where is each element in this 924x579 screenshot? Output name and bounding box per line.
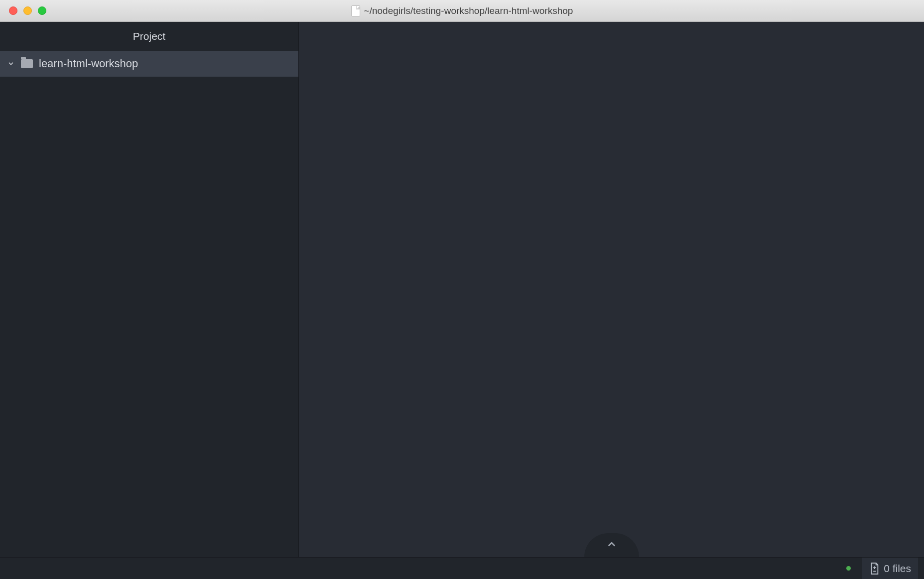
close-window-button[interactable] [9,6,17,15]
folder-icon [21,59,33,68]
window-controls [0,6,46,15]
git-files-count: 0 files [884,563,911,575]
project-sidebar: Project learn-html-workshop [0,22,299,557]
minimize-window-button[interactable] [23,6,32,15]
status-bar: 0 files [0,557,924,579]
git-status-block[interactable]: 0 files [862,558,918,579]
editor-window: ~/nodegirls/testing-workshop/learn-html-… [0,0,924,579]
tree-root-label: learn-html-workshop [39,57,138,70]
git-diff-icon [869,562,880,575]
editor-area[interactable] [299,22,924,557]
status-indicator-dot[interactable] [846,566,851,571]
bottom-dock-toggle[interactable] [584,533,639,557]
titlebar: ~/nodegirls/testing-workshop/learn-html-… [0,0,924,22]
chevron-down-icon[interactable] [7,60,15,68]
file-page-icon [351,5,360,16]
tree-root-item[interactable]: learn-html-workshop [0,51,298,77]
title-center: ~/nodegirls/testing-workshop/learn-html-… [351,5,573,16]
maximize-window-button[interactable] [38,6,46,15]
chevron-up-icon [606,539,617,552]
body: Project learn-html-workshop [0,22,924,557]
window-title-path: ~/nodegirls/testing-workshop/learn-html-… [364,5,573,16]
project-tree[interactable]: learn-html-workshop [0,51,298,557]
sidebar-title: Project [0,22,298,51]
